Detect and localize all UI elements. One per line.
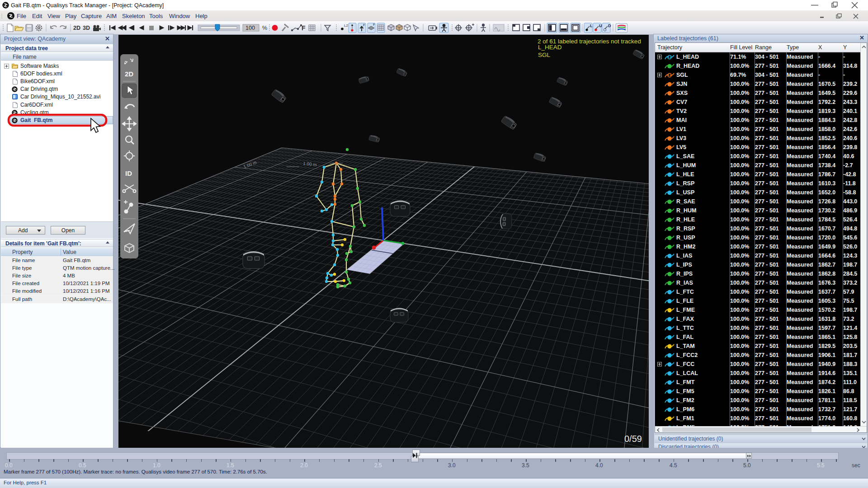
svg-text:ID: ID [125, 169, 132, 177]
svg-text:%: % [262, 25, 267, 31]
svg-text:0/59: 0/59 [624, 434, 642, 444]
svg-text:D: D [608, 23, 611, 28]
svg-text:F: F [302, 24, 306, 32]
svg-text:L2: L2 [344, 23, 348, 28]
svg-text:F: F [363, 23, 365, 27]
svg-text:3D: 3D [83, 25, 90, 31]
svg-text:L_HEAD: L_HEAD [538, 44, 562, 51]
svg-text:U: U [599, 23, 602, 28]
svg-text:F: F [373, 23, 375, 27]
svg-text:2D: 2D [73, 25, 80, 31]
svg-text:SGL: SGL [538, 52, 551, 58]
svg-text:2D: 2D [125, 70, 133, 78]
svg-text:L: L [590, 23, 593, 28]
svg-text:100: 100 [245, 25, 255, 31]
